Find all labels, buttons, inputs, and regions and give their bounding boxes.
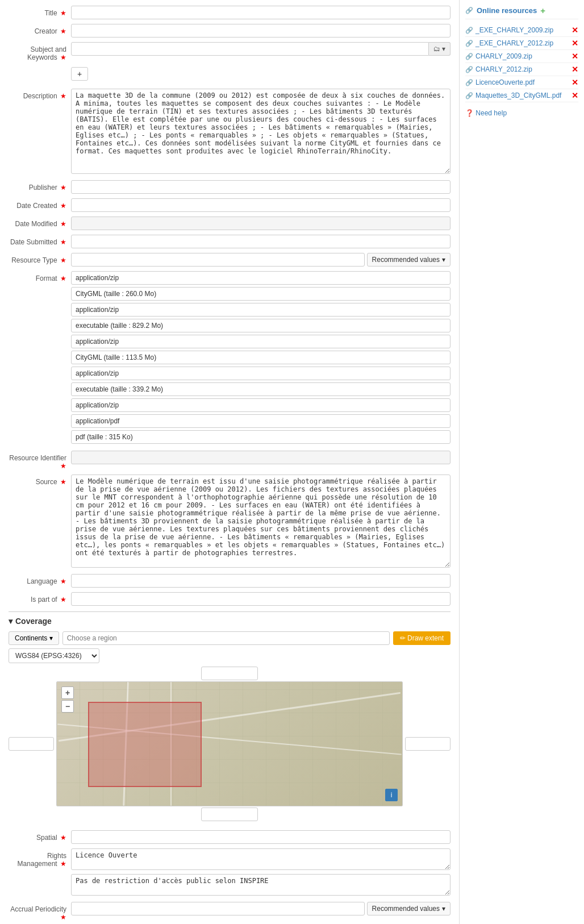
subject-input[interactable]: Localisation [71, 42, 429, 56]
coverage-section-title[interactable]: ▾ Coverage [9, 617, 450, 626]
map-zoom-in-button[interactable]: + [61, 686, 74, 699]
creator-input[interactable]: Métropole de Lyon / Direction Innovation… [71, 24, 450, 38]
delete-resource-5[interactable]: ✕ [572, 91, 578, 100]
is-part-of-label: Is part of ★ [9, 592, 71, 603]
crs-select[interactable]: WGS84 (EPSG:4326) [9, 648, 99, 663]
publisher-label: Publisher ★ [9, 180, 71, 192]
map-view: + − i [56, 681, 403, 806]
question-icon: ❓ [465, 109, 474, 117]
publisher-input[interactable]: Métropole de Lyon / Direction Innovation… [71, 180, 450, 194]
resource-item: 🔗 CHARLY_2009.zip ✕ [465, 50, 578, 63]
resource-list: 🔗 _EXE_CHARLY_2009.zip ✕ 🔗 _EXE_CHARLY_2… [465, 24, 578, 102]
language-label: Language ★ [9, 574, 71, 585]
resource-item: 🔗 LicenceOuverte.pdf ✕ [465, 76, 578, 89]
delete-resource-2[interactable]: ✕ [572, 52, 578, 61]
link-icon: 🔗 [465, 7, 473, 14]
resource-link-icon-1: 🔗 [465, 40, 473, 47]
coord-south-input[interactable]: 45.635 [201, 808, 258, 821]
format-input-2[interactable] [71, 303, 450, 317]
resource-link-icon-0: 🔗 [465, 27, 473, 34]
coord-west-input[interactable]: 4.768 [9, 737, 54, 751]
coverage-arrow-icon: ▾ [9, 617, 12, 626]
add-resource-button[interactable]: + [540, 6, 545, 15]
format-input-0[interactable] [71, 271, 450, 285]
spatial-label: Spatial ★ [9, 830, 71, 842]
resource-link-icon-3: 🔗 [465, 66, 473, 73]
delete-resource-1[interactable]: ✕ [572, 39, 578, 48]
region-input[interactable] [62, 631, 390, 645]
resource-item: 🔗 _EXE_CHARLY_2009.zip ✕ [465, 24, 578, 37]
online-resources-title: 🔗 Online resources + [465, 6, 578, 19]
date-created-input[interactable]: 19/12/2014 [71, 198, 450, 212]
format-input-6[interactable] [71, 367, 450, 380]
resource-link-icon-5: 🔗 [465, 92, 473, 99]
resource-item: 🔗 CHARLY_2012.zip ✕ [465, 63, 578, 76]
date-modified-label: Date Modified ★ [9, 217, 71, 228]
resource-name-2[interactable]: CHARLY_2009.zip [475, 52, 532, 60]
rights-management-label: Rights Management ★ [9, 848, 71, 868]
resource-name-5[interactable]: Maquettes_3D_CityGML.pdf [475, 91, 561, 99]
accrual-label: Accrual Periodicity ★ [9, 902, 71, 921]
coord-north-input[interactable]: 45.668 [201, 667, 258, 680]
coord-east-input[interactable]: 4.805 [405, 737, 450, 751]
format-input-5[interactable] [71, 351, 450, 364]
resource-name-0[interactable]: _EXE_CHARLY_2009.zip [475, 26, 553, 34]
resource-item: 🔗 _EXE_CHARLY_2012.zip ✕ [465, 37, 578, 50]
format-input-1[interactable] [71, 287, 450, 301]
resource-link-icon-2: 🔗 [465, 53, 473, 60]
title-required: ★ [60, 9, 66, 17]
title-label: Title ★ [9, 6, 71, 17]
map-info-button[interactable]: i [385, 789, 398, 801]
add-keyword-button[interactable]: + [71, 67, 88, 81]
date-modified-input[interactable]: 2016-02-03T21:33:45 [71, 217, 450, 230]
subject-icon-btn[interactable]: 🗂 ▾ [429, 42, 450, 56]
rights-input-2[interactable]: Pas de restriction d'accès public selon … [71, 874, 450, 896]
source-textarea[interactable]: Le Modèle numérique de terrain est issu … [71, 475, 450, 568]
subject-label: Subject and Keywords ★ [9, 42, 71, 61]
draw-extent-button[interactable]: ✏ Draw extent [393, 631, 450, 645]
resource-type-input[interactable]: nonGeographicDataset [71, 253, 365, 267]
map-selection-box [88, 702, 202, 787]
map-zoom-out-button[interactable]: − [61, 700, 74, 713]
source-label: Source ★ [9, 475, 71, 486]
creator-label: Creator ★ [9, 24, 71, 35]
resource-link-icon-4: 🔗 [465, 79, 473, 86]
accrual-input[interactable]: Irregular [71, 902, 365, 915]
resource-name-1[interactable]: _EXE_CHARLY_2012.zip [475, 39, 553, 47]
resource-type-label: Resource Type ★ [9, 253, 71, 264]
title-input[interactable]: Maquette 3D texturée de la commune de Ch… [71, 6, 450, 19]
delete-resource-3[interactable]: ✕ [572, 65, 578, 74]
resource-name-4[interactable]: LicenceOuverte.pdf [475, 78, 535, 86]
is-part-of-input[interactable]: 8017c69a-5b17-404f-acdd-d9c37a0afac4 [71, 592, 450, 606]
delete-resource-4[interactable]: ✕ [572, 78, 578, 87]
resource-item: 🔗 Maquettes_3D_CityGML.pdf ✕ [465, 89, 578, 102]
format-input-4[interactable] [71, 335, 450, 348]
recommended-values-button[interactable]: Recommended values ▾ [367, 253, 450, 267]
format-input-7[interactable] [71, 382, 450, 396]
format-input-3[interactable] [71, 319, 450, 332]
need-help-link[interactable]: ❓ Need help [465, 109, 578, 117]
resource-name-3[interactable]: CHARLY_2012.zip [475, 65, 532, 73]
description-textarea[interactable]: La maquette 3D de la commune (2009 ou 20… [71, 89, 450, 174]
date-created-label: Date Created ★ [9, 198, 71, 210]
language-input[interactable]: fre [71, 574, 450, 588]
accrual-recommended-button[interactable]: Recommended values ▾ [367, 902, 450, 915]
description-label: Description ★ [9, 89, 71, 100]
format-input-8[interactable] [71, 398, 450, 412]
rights-input-1[interactable]: Licence Ouverte [71, 848, 450, 870]
date-submitted-input[interactable]: 23/01/2015 [71, 235, 450, 248]
format-label: Format ★ [9, 271, 71, 282]
delete-resource-0[interactable]: ✕ [572, 26, 578, 35]
resource-identifier-label: Resource Identifier ★ [9, 451, 71, 470]
format-input-10[interactable] [71, 430, 450, 444]
date-submitted-label: Date Submitted ★ [9, 235, 71, 246]
resource-identifier-input[interactable]: a806d3e1-c240-43a9-bbc3-643e8c93b10d [71, 451, 450, 464]
format-input-9[interactable] [71, 414, 450, 428]
spatial-input[interactable]: RGF93 / CC46 (EPSG:3946) [71, 830, 450, 844]
continent-dropdown[interactable]: Continents ▾ [9, 631, 59, 645]
